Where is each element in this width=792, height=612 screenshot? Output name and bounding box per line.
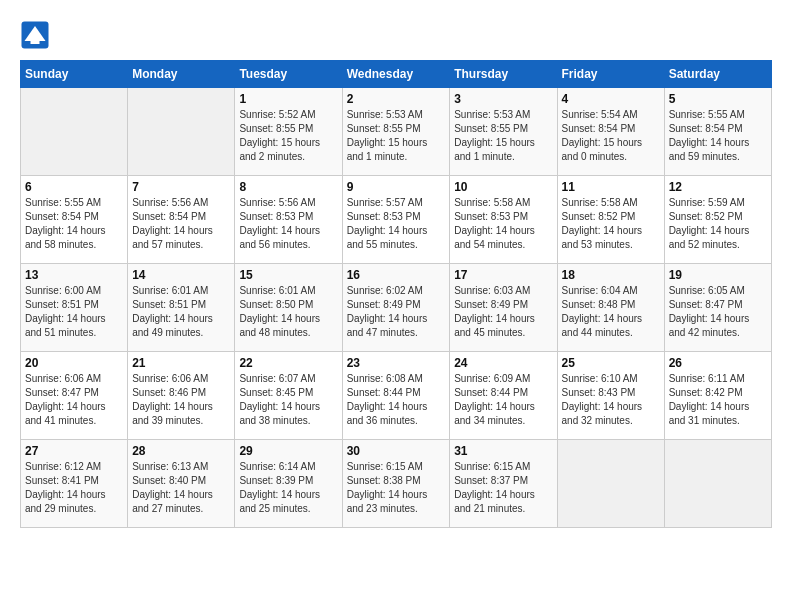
logo-icon: [20, 20, 50, 50]
day-info: Sunrise: 5:58 AMSunset: 8:53 PMDaylight:…: [454, 196, 552, 252]
day-number: 17: [454, 268, 552, 282]
day-number: 21: [132, 356, 230, 370]
column-header-thursday: Thursday: [450, 61, 557, 88]
day-info: Sunrise: 6:14 AMSunset: 8:39 PMDaylight:…: [239, 460, 337, 516]
calendar-cell: 26Sunrise: 6:11 AMSunset: 8:42 PMDayligh…: [664, 352, 771, 440]
day-number: 10: [454, 180, 552, 194]
day-number: 3: [454, 92, 552, 106]
calendar-cell: 14Sunrise: 6:01 AMSunset: 8:51 PMDayligh…: [128, 264, 235, 352]
calendar-header: SundayMondayTuesdayWednesdayThursdayFrid…: [21, 61, 772, 88]
calendar-cell: 20Sunrise: 6:06 AMSunset: 8:47 PMDayligh…: [21, 352, 128, 440]
calendar-cell: 15Sunrise: 6:01 AMSunset: 8:50 PMDayligh…: [235, 264, 342, 352]
calendar-cell: [21, 88, 128, 176]
day-info: Sunrise: 5:55 AMSunset: 8:54 PMDaylight:…: [669, 108, 767, 164]
day-number: 7: [132, 180, 230, 194]
day-number: 30: [347, 444, 446, 458]
day-number: 4: [562, 92, 660, 106]
day-info: Sunrise: 6:01 AMSunset: 8:50 PMDaylight:…: [239, 284, 337, 340]
logo: [20, 20, 54, 50]
day-number: 28: [132, 444, 230, 458]
column-header-tuesday: Tuesday: [235, 61, 342, 88]
calendar-cell: 4Sunrise: 5:54 AMSunset: 8:54 PMDaylight…: [557, 88, 664, 176]
calendar-cell: 22Sunrise: 6:07 AMSunset: 8:45 PMDayligh…: [235, 352, 342, 440]
day-info: Sunrise: 5:53 AMSunset: 8:55 PMDaylight:…: [454, 108, 552, 164]
column-header-saturday: Saturday: [664, 61, 771, 88]
page-header: [20, 20, 772, 50]
day-info: Sunrise: 5:56 AMSunset: 8:54 PMDaylight:…: [132, 196, 230, 252]
day-info: Sunrise: 5:55 AMSunset: 8:54 PMDaylight:…: [25, 196, 123, 252]
day-info: Sunrise: 6:09 AMSunset: 8:44 PMDaylight:…: [454, 372, 552, 428]
day-info: Sunrise: 6:12 AMSunset: 8:41 PMDaylight:…: [25, 460, 123, 516]
calendar-cell: [128, 88, 235, 176]
day-number: 29: [239, 444, 337, 458]
calendar-cell: 17Sunrise: 6:03 AMSunset: 8:49 PMDayligh…: [450, 264, 557, 352]
day-number: 15: [239, 268, 337, 282]
calendar-week-3: 13Sunrise: 6:00 AMSunset: 8:51 PMDayligh…: [21, 264, 772, 352]
day-info: Sunrise: 6:11 AMSunset: 8:42 PMDaylight:…: [669, 372, 767, 428]
calendar-cell: 5Sunrise: 5:55 AMSunset: 8:54 PMDaylight…: [664, 88, 771, 176]
day-number: 8: [239, 180, 337, 194]
calendar-week-2: 6Sunrise: 5:55 AMSunset: 8:54 PMDaylight…: [21, 176, 772, 264]
calendar-cell: 19Sunrise: 6:05 AMSunset: 8:47 PMDayligh…: [664, 264, 771, 352]
calendar-week-1: 1Sunrise: 5:52 AMSunset: 8:55 PMDaylight…: [21, 88, 772, 176]
day-number: 31: [454, 444, 552, 458]
day-info: Sunrise: 5:56 AMSunset: 8:53 PMDaylight:…: [239, 196, 337, 252]
column-header-monday: Monday: [128, 61, 235, 88]
calendar-week-4: 20Sunrise: 6:06 AMSunset: 8:47 PMDayligh…: [21, 352, 772, 440]
day-info: Sunrise: 6:08 AMSunset: 8:44 PMDaylight:…: [347, 372, 446, 428]
column-header-sunday: Sunday: [21, 61, 128, 88]
day-info: Sunrise: 5:57 AMSunset: 8:53 PMDaylight:…: [347, 196, 446, 252]
calendar-cell: [557, 440, 664, 528]
day-info: Sunrise: 5:52 AMSunset: 8:55 PMDaylight:…: [239, 108, 337, 164]
day-number: 9: [347, 180, 446, 194]
calendar-cell: 25Sunrise: 6:10 AMSunset: 8:43 PMDayligh…: [557, 352, 664, 440]
day-number: 13: [25, 268, 123, 282]
column-header-wednesday: Wednesday: [342, 61, 450, 88]
day-info: Sunrise: 6:15 AMSunset: 8:37 PMDaylight:…: [454, 460, 552, 516]
day-number: 16: [347, 268, 446, 282]
day-info: Sunrise: 6:07 AMSunset: 8:45 PMDaylight:…: [239, 372, 337, 428]
calendar-cell: 28Sunrise: 6:13 AMSunset: 8:40 PMDayligh…: [128, 440, 235, 528]
calendar-cell: 11Sunrise: 5:58 AMSunset: 8:52 PMDayligh…: [557, 176, 664, 264]
day-info: Sunrise: 6:02 AMSunset: 8:49 PMDaylight:…: [347, 284, 446, 340]
day-number: 14: [132, 268, 230, 282]
day-number: 23: [347, 356, 446, 370]
day-number: 18: [562, 268, 660, 282]
calendar-cell: 7Sunrise: 5:56 AMSunset: 8:54 PMDaylight…: [128, 176, 235, 264]
day-info: Sunrise: 6:01 AMSunset: 8:51 PMDaylight:…: [132, 284, 230, 340]
calendar-cell: 24Sunrise: 6:09 AMSunset: 8:44 PMDayligh…: [450, 352, 557, 440]
calendar-cell: 12Sunrise: 5:59 AMSunset: 8:52 PMDayligh…: [664, 176, 771, 264]
day-number: 6: [25, 180, 123, 194]
calendar-cell: 16Sunrise: 6:02 AMSunset: 8:49 PMDayligh…: [342, 264, 450, 352]
svg-rect-2: [31, 38, 40, 44]
calendar-cell: 2Sunrise: 5:53 AMSunset: 8:55 PMDaylight…: [342, 88, 450, 176]
day-info: Sunrise: 6:04 AMSunset: 8:48 PMDaylight:…: [562, 284, 660, 340]
calendar-cell: 18Sunrise: 6:04 AMSunset: 8:48 PMDayligh…: [557, 264, 664, 352]
calendar-cell: 27Sunrise: 6:12 AMSunset: 8:41 PMDayligh…: [21, 440, 128, 528]
day-info: Sunrise: 6:10 AMSunset: 8:43 PMDaylight:…: [562, 372, 660, 428]
day-number: 19: [669, 268, 767, 282]
calendar-table: SundayMondayTuesdayWednesdayThursdayFrid…: [20, 60, 772, 528]
calendar-cell: 3Sunrise: 5:53 AMSunset: 8:55 PMDaylight…: [450, 88, 557, 176]
column-header-friday: Friday: [557, 61, 664, 88]
day-number: 11: [562, 180, 660, 194]
calendar-cell: 29Sunrise: 6:14 AMSunset: 8:39 PMDayligh…: [235, 440, 342, 528]
calendar-cell: 30Sunrise: 6:15 AMSunset: 8:38 PMDayligh…: [342, 440, 450, 528]
calendar-cell: 21Sunrise: 6:06 AMSunset: 8:46 PMDayligh…: [128, 352, 235, 440]
day-number: 27: [25, 444, 123, 458]
calendar-cell: [664, 440, 771, 528]
day-info: Sunrise: 6:00 AMSunset: 8:51 PMDaylight:…: [25, 284, 123, 340]
day-info: Sunrise: 5:59 AMSunset: 8:52 PMDaylight:…: [669, 196, 767, 252]
day-number: 5: [669, 92, 767, 106]
day-number: 12: [669, 180, 767, 194]
day-number: 25: [562, 356, 660, 370]
day-info: Sunrise: 6:15 AMSunset: 8:38 PMDaylight:…: [347, 460, 446, 516]
calendar-cell: 9Sunrise: 5:57 AMSunset: 8:53 PMDaylight…: [342, 176, 450, 264]
day-info: Sunrise: 5:53 AMSunset: 8:55 PMDaylight:…: [347, 108, 446, 164]
calendar-cell: 6Sunrise: 5:55 AMSunset: 8:54 PMDaylight…: [21, 176, 128, 264]
day-number: 1: [239, 92, 337, 106]
day-info: Sunrise: 5:54 AMSunset: 8:54 PMDaylight:…: [562, 108, 660, 164]
calendar-cell: 1Sunrise: 5:52 AMSunset: 8:55 PMDaylight…: [235, 88, 342, 176]
day-info: Sunrise: 6:03 AMSunset: 8:49 PMDaylight:…: [454, 284, 552, 340]
calendar-cell: 23Sunrise: 6:08 AMSunset: 8:44 PMDayligh…: [342, 352, 450, 440]
